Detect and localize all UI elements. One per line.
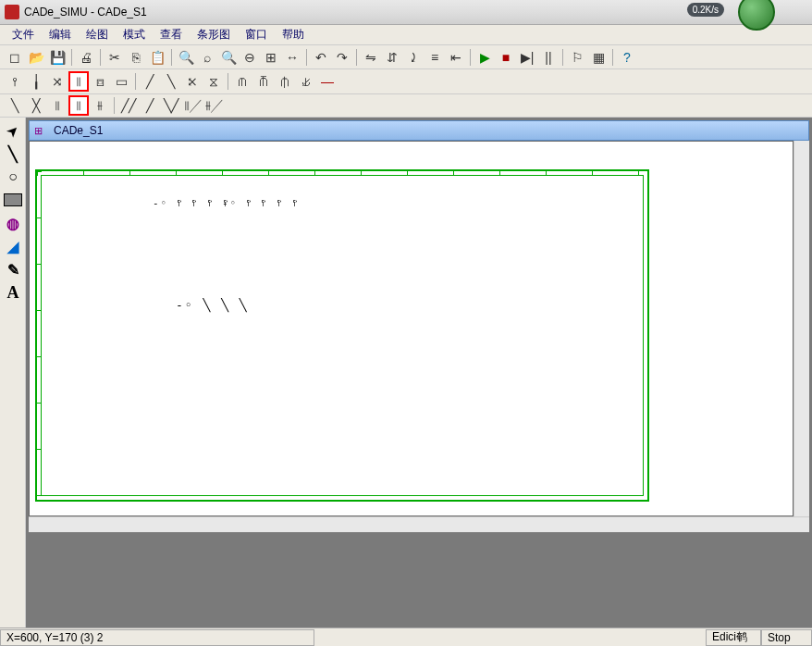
document-icon: ⊞	[34, 124, 49, 137]
scrollbar-vertical[interactable]	[794, 141, 809, 516]
aux4-icon[interactable]: ⫴╱	[182, 95, 203, 116]
separator	[100, 49, 101, 66]
play-icon[interactable]: ▶	[474, 47, 495, 68]
delayed-icon[interactable]: ⧖	[203, 71, 224, 92]
separator	[71, 49, 72, 66]
breaker-icon[interactable]: ⧈	[90, 71, 110, 92]
statusbar: X=600, Y=170 (3) 2 Edici鹌 Stop	[0, 627, 812, 646]
flip-icon[interactable]: ⤸	[403, 47, 424, 68]
relay-icon[interactable]: ▭	[111, 71, 131, 92]
no-contact-icon[interactable]: ╱	[140, 71, 160, 92]
pointer-icon[interactable]: ➤	[0, 115, 29, 146]
canvas-area: ⊞ CADe_S1 -◦ ⫯ ⫯ ⫯ ⫯ -◦ ⫯ ⫯ ⫯ ⫯ -◦ ╲ ╲ ╲	[26, 118, 812, 627]
open-icon[interactable]: 📂	[26, 47, 46, 68]
menu-item-5[interactable]: 条形图	[190, 25, 238, 44]
menu-item-7[interactable]: 帮助	[275, 25, 312, 44]
separator	[228, 73, 228, 90]
left-toolbar: ➤╲○◍◢✎A	[0, 118, 26, 627]
wire-icon[interactable]: ╲	[5, 95, 25, 116]
zoom-out-icon[interactable]: ⊖	[240, 47, 260, 68]
titlebar: CADe_SIMU - CADe_S1 0.2K/s	[0, 0, 812, 25]
stop-icon[interactable]: ■	[496, 47, 516, 68]
separator	[356, 49, 357, 66]
fill-ellipse-icon[interactable]: ◍	[2, 212, 24, 234]
separator	[470, 49, 471, 66]
separator	[171, 49, 172, 66]
nudge-icon[interactable]: ⇤	[446, 47, 466, 68]
cut-icon[interactable]: ✂	[105, 47, 125, 68]
scrollbar-horizontal[interactable]	[29, 516, 809, 532]
switch-nc-icon[interactable]: ⤨	[47, 71, 68, 92]
overload-icon[interactable]: ⫝̸	[296, 71, 316, 92]
menu-item-4[interactable]: 查看	[153, 25, 190, 44]
connector-icon[interactable]: ╽	[26, 71, 46, 92]
menu-item-1[interactable]: 编辑	[42, 25, 79, 44]
zoom-window-icon[interactable]: ⊞	[261, 47, 281, 68]
help-icon[interactable]: ?	[617, 47, 637, 68]
changeover-icon[interactable]: ⤪	[182, 71, 203, 92]
toolbar-main: ◻📂💾🖨✂⎘📋🔍⌕🔍⊖⊞↔↶↷⇋⇵⤸≡⇤▶■▶|||⚐▦?	[0, 45, 812, 69]
toolbar-components-1: ⫯╽⤨⫴⧈▭╱╲⤪⧖⫙⫚⫛⫝̸—	[0, 69, 812, 94]
zoom-fit-icon[interactable]: ⌕	[197, 47, 217, 68]
document-title: CADe_S1	[54, 124, 103, 137]
thermal-icon[interactable]: ⫙	[232, 71, 252, 92]
menu-item-3[interactable]: 模式	[116, 25, 153, 44]
contact2-icon[interactable]: ╳	[26, 95, 46, 116]
separator	[562, 49, 563, 66]
overcurrent-icon[interactable]: ⫛	[275, 71, 295, 92]
motor-protect-icon[interactable]: ⫚	[253, 71, 274, 92]
ellipse-icon[interactable]: ○	[2, 166, 24, 188]
text-icon[interactable]: A	[2, 281, 24, 304]
canvas[interactable]: -◦ ⫯ ⫯ ⫯ ⫯ -◦ ⫯ ⫯ ⫯ ⫯ -◦ ╲ ╲ ╲	[29, 141, 794, 516]
nc-contact-icon[interactable]: ╲	[161, 71, 181, 92]
menu-item-6[interactable]: 窗口	[238, 25, 275, 44]
grid-icon[interactable]: ▦	[588, 47, 609, 68]
aux5-icon[interactable]: ⫵╱	[203, 95, 224, 116]
pan-icon[interactable]: ↔	[282, 47, 302, 68]
aux2-icon[interactable]: ╱	[140, 95, 160, 116]
save-icon[interactable]: 💾	[47, 47, 68, 68]
white-patch	[342, 222, 398, 255]
print-icon[interactable]: 🖨	[76, 47, 96, 68]
rectangle-icon[interactable]	[4, 193, 22, 206]
status-mode: Edici鹌	[706, 629, 761, 646]
line-icon[interactable]: —	[317, 71, 338, 92]
component-group-1[interactable]: -◦ ⫯ ⫯ ⫯ ⫯	[153, 197, 230, 209]
eyedropper-icon[interactable]: ✎	[2, 258, 24, 280]
aux1-icon[interactable]: ╱╱	[118, 95, 139, 116]
menubar: 文件编辑绘图模式查看条形图窗口帮助	[0, 25, 812, 45]
contact4-icon[interactable]: ⫵	[90, 95, 110, 116]
align-icon[interactable]: ≡	[424, 47, 445, 68]
fuse-icon[interactable]: ⫯	[5, 71, 25, 92]
fill-icon[interactable]: ◢	[2, 235, 24, 257]
menu-item-0[interactable]: 文件	[5, 25, 42, 44]
drawing-frame: -◦ ⫯ ⫯ ⫯ ⫯ -◦ ⫯ ⫯ ⫯ ⫯ -◦ ╲ ╲ ╲	[35, 169, 649, 502]
window-title: CADe_SIMU - CADe_S1	[24, 6, 147, 19]
separator	[135, 73, 136, 90]
contact3-hl-icon[interactable]: ⫴	[68, 95, 89, 116]
document-titlebar[interactable]: ⊞ CADe_S1	[29, 120, 809, 141]
menu-item-2[interactable]: 绘图	[79, 25, 116, 44]
rotate-right-icon[interactable]: ↷	[332, 47, 352, 68]
aux3-icon[interactable]: ╲╱	[161, 95, 181, 116]
separator	[114, 97, 115, 114]
contact-3p-icon[interactable]: ⫴	[68, 71, 89, 92]
paste-icon[interactable]: 📋	[147, 47, 167, 68]
app-icon	[5, 5, 19, 19]
copy-icon[interactable]: ⎘	[126, 47, 146, 68]
component-group-3[interactable]: -◦ ╲ ╲ ╲	[176, 298, 249, 312]
find-icon[interactable]: 🔍	[176, 47, 196, 68]
component-group-2[interactable]: -◦ ⫯ ⫯ ⫯ ⫯	[222, 197, 300, 209]
zoom-icon[interactable]: 🔍	[218, 47, 239, 68]
flag-icon[interactable]: ⚐	[567, 47, 587, 68]
new-icon[interactable]: ◻	[5, 47, 25, 68]
status-state: Stop	[761, 629, 812, 646]
contact3-icon[interactable]: ⫴	[47, 95, 68, 116]
step-icon[interactable]: ▶|	[517, 47, 537, 68]
rotate-left-icon[interactable]: ↶	[311, 47, 331, 68]
mirror-v-icon[interactable]: ⇵	[382, 47, 402, 68]
toolbar-components-2: ╲╳⫴⫴⫵╱╱╱╲╱⫴╱⫵╱	[0, 94, 812, 118]
pause-icon[interactable]: ||	[538, 47, 559, 68]
mirror-h-icon[interactable]: ⇋	[361, 47, 381, 68]
speed-indicator: 0.2K/s	[687, 3, 724, 17]
